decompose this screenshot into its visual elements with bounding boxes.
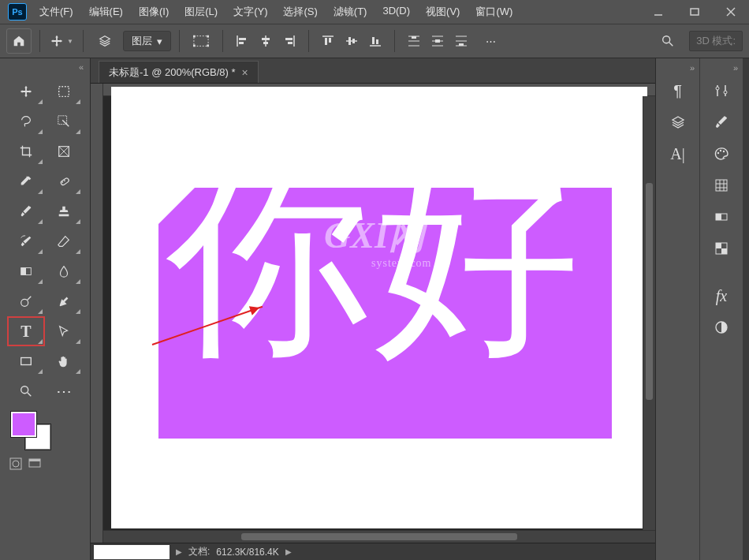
- path-select-tool[interactable]: [46, 317, 82, 345]
- align-vcenter-button[interactable]: [341, 31, 363, 51]
- dock-scrollbar[interactable]: [743, 58, 749, 560]
- rectangle-tool[interactable]: [8, 347, 44, 375]
- menu-select[interactable]: 选择(S): [277, 2, 323, 22]
- toolbox-expander[interactable]: «: [0, 62, 90, 73]
- properties-panel-button[interactable]: [706, 76, 737, 106]
- menu-type[interactable]: 文字(Y): [227, 2, 274, 22]
- zoom-field[interactable]: [94, 545, 170, 559]
- svg-rect-56: [10, 458, 21, 469]
- auto-select-layers-icon[interactable]: [91, 29, 118, 53]
- gradient-icon: [714, 209, 729, 225]
- blur-icon: [57, 264, 71, 278]
- swatches-panel-button[interactable]: [706, 170, 737, 200]
- dock-expander[interactable]: »: [700, 63, 743, 74]
- svg-point-39: [663, 36, 670, 43]
- crop-tool[interactable]: [8, 137, 44, 166]
- menu-filter[interactable]: 滤镜(T): [327, 2, 374, 22]
- layers-panel-button[interactable]: [662, 107, 694, 137]
- align-right-button[interactable]: [278, 31, 300, 51]
- zoom-tool[interactable]: [8, 377, 44, 405]
- brushes-panel-button[interactable]: [706, 107, 737, 137]
- svg-rect-41: [59, 87, 69, 97]
- minimize-button[interactable]: [640, 0, 676, 24]
- dock-expander[interactable]: »: [656, 63, 699, 74]
- gradients-panel-button[interactable]: [706, 202, 737, 232]
- brush-icon: [714, 114, 729, 130]
- menu-image[interactable]: 图像(I): [132, 2, 175, 22]
- distribute-bottom-button[interactable]: [450, 31, 472, 51]
- foreground-color-swatch[interactable]: [11, 412, 36, 437]
- pen-icon: [57, 294, 71, 308]
- quick-select-tool[interactable]: [46, 107, 82, 136]
- menu-view[interactable]: 视图(V): [419, 2, 466, 22]
- paragraph-panel-button[interactable]: ¶: [662, 76, 694, 106]
- align-hcenter-button[interactable]: [255, 31, 277, 51]
- distribute-top-button[interactable]: [403, 31, 425, 51]
- menu-3d[interactable]: 3D(D): [376, 2, 416, 22]
- separator: [222, 30, 223, 52]
- distribute-vcenter-icon: [431, 35, 444, 47]
- chevron-right-icon[interactable]: ▶: [176, 547, 182, 556]
- brush-tool[interactable]: [8, 197, 44, 226]
- patterns-panel-button[interactable]: [706, 233, 737, 263]
- character-panel-button[interactable]: A|: [662, 139, 694, 169]
- document-tab[interactable]: 未标题-1 @ 200%(RGB/8) * ×: [99, 61, 259, 83]
- frame-tool[interactable]: [46, 137, 82, 166]
- eraser-tool[interactable]: [46, 227, 82, 256]
- hand-tool[interactable]: [46, 347, 82, 375]
- history-brush-tool[interactable]: [8, 227, 44, 256]
- svg-rect-7: [193, 45, 196, 47]
- styles-panel-button[interactable]: fx: [706, 281, 737, 311]
- type-tool[interactable]: T: [8, 317, 44, 345]
- color-panel-button[interactable]: [706, 139, 737, 169]
- close-button[interactable]: [713, 0, 749, 24]
- scrollbar-thumb[interactable]: [241, 533, 517, 540]
- menu-window[interactable]: 窗口(W): [469, 2, 519, 22]
- transform-icon: [193, 35, 209, 47]
- svg-rect-13: [262, 38, 270, 40]
- distribute-vcenter-button[interactable]: [427, 31, 449, 51]
- chevron-right-icon[interactable]: ▶: [285, 547, 292, 556]
- search-button[interactable]: [654, 29, 681, 53]
- scrollbar-vertical[interactable]: [643, 96, 655, 530]
- stamp-tool[interactable]: [46, 197, 82, 226]
- pen-tool[interactable]: [46, 287, 82, 315]
- scrollbar-horizontal[interactable]: [103, 530, 655, 543]
- lasso-tool[interactable]: [8, 107, 44, 136]
- dock-column-2: » fx: [699, 58, 743, 560]
- home-button[interactable]: [6, 28, 32, 54]
- svg-rect-23: [352, 39, 355, 43]
- dodge-tool[interactable]: [8, 287, 44, 315]
- menu-layer[interactable]: 图层(L): [178, 2, 224, 22]
- eyedropper-tool[interactable]: [8, 167, 44, 196]
- move-tool-indicator[interactable]: ▼: [48, 29, 75, 53]
- screen-mode-button[interactable]: [28, 457, 41, 470]
- healing-tool[interactable]: [46, 167, 82, 196]
- align-top-button[interactable]: [317, 31, 339, 51]
- move-tool[interactable]: [8, 77, 44, 106]
- quick-mask-button[interactable]: [9, 457, 22, 470]
- svg-point-63: [724, 91, 727, 94]
- gradient-tool[interactable]: [8, 257, 44, 286]
- 3d-mode-dropdown[interactable]: 3D 模式:: [689, 31, 743, 51]
- layers-icon: [98, 34, 112, 48]
- svg-point-61: [716, 87, 719, 90]
- edit-toolbar-button[interactable]: ⋯: [46, 377, 82, 405]
- svg-rect-22: [348, 37, 351, 45]
- scrollbar-thumb[interactable]: [646, 183, 653, 400]
- transform-controls-toggle[interactable]: [188, 29, 214, 53]
- close-tab-icon[interactable]: ×: [242, 66, 248, 79]
- align-left-button[interactable]: [231, 31, 253, 51]
- menu-file[interactable]: 文件(F): [33, 2, 80, 22]
- auto-select-dropdown[interactable]: 图层 ▾: [123, 31, 171, 51]
- canvas[interactable]: GXI网 system.com 你好: [111, 87, 647, 528]
- svg-rect-6: [207, 35, 209, 38]
- adjustments-panel-button[interactable]: [706, 312, 737, 342]
- svg-point-48: [64, 180, 65, 181]
- menu-edit[interactable]: 编辑(E): [83, 2, 129, 22]
- align-bottom-button[interactable]: [364, 31, 386, 51]
- maximize-button[interactable]: [676, 0, 713, 24]
- blur-tool[interactable]: [46, 257, 82, 286]
- marquee-tool[interactable]: [46, 77, 82, 106]
- more-align-button[interactable]: ⋯: [477, 29, 504, 53]
